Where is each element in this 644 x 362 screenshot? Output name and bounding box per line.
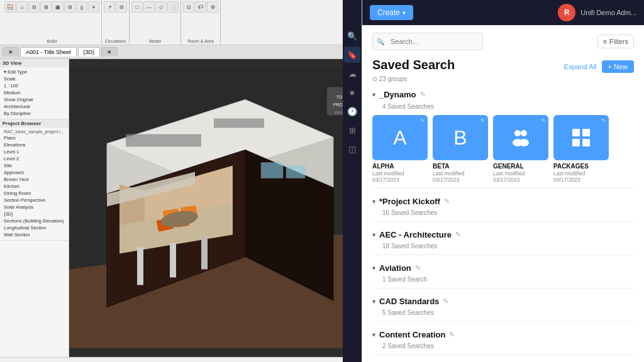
user-avatar[interactable]: R	[558, 4, 575, 21]
card-general-box: ✎	[493, 115, 548, 160]
card-packages[interactable]: ✎ PACKAGES Last modified 03/17/2023	[553, 115, 609, 183]
kickoff-title: *Project Kickoff	[379, 197, 440, 206]
group-content-header[interactable]: ▾ Content Creation ✎	[372, 327, 634, 343]
toolbar-component-btn[interactable]: ⊞	[40, 1, 52, 13]
toolbar-roomsep-btn[interactable]: ⊡	[183, 1, 194, 13]
revit-approach[interactable]: Approach	[3, 169, 66, 176]
create-button[interactable]: Create	[370, 5, 413, 20]
group-dynamo-header[interactable]: ▾ _Dynamo ✎	[372, 90, 634, 99]
revit-tab-close[interactable]: ✕	[3, 47, 19, 57]
card-beta-edit[interactable]: ✎	[480, 118, 486, 124]
card-general-date-label: Last modified	[493, 170, 548, 177]
sidebar-icon-star[interactable]: ★	[344, 84, 360, 101]
search-input[interactable]	[372, 33, 483, 50]
revit-by-disc[interactable]: By Discipline	[3, 110, 66, 117]
card-beta[interactable]: B ✎ BETA Last modified 03/17/2023	[433, 115, 488, 183]
revit-tab-close2[interactable]: ✕	[101, 47, 118, 57]
cad-title: CAD Standards	[379, 297, 439, 306]
card-beta-name: BETA	[433, 163, 488, 170]
svg-rect-43	[582, 129, 590, 136]
sidebar-icon-layers[interactable]: ◫	[344, 141, 360, 157]
toolbar-shaft-btn[interactable]: ⬜	[167, 1, 179, 13]
toolbar-mullion-btn[interactable]: ≡	[88, 1, 99, 13]
kickoff-edit-icon[interactable]: ✎	[444, 197, 450, 206]
card-beta-letter: B	[453, 126, 467, 150]
divider-1	[372, 188, 634, 189]
toolbar-ramp-btn[interactable]: ↗	[104, 1, 115, 13]
page-title-row: Saved Search Expand All + New	[372, 58, 634, 73]
new-plus-icon: +	[608, 63, 612, 70]
cad-edit-icon[interactable]: ✎	[443, 297, 448, 305]
revit-detail[interactable]: Medium	[3, 89, 66, 96]
page-subtitle: ⊙ 23 groups	[372, 75, 634, 82]
revit-wall[interactable]: Wall Section	[3, 231, 66, 238]
toolbar-face-btn[interactable]: ◇	[155, 1, 167, 13]
expand-all-link[interactable]: Expand All	[564, 63, 597, 70]
revit-dining[interactable]: Dining Room	[3, 190, 66, 197]
revit-scale-val[interactable]: 1 : 100	[3, 82, 66, 89]
svg-point-38	[514, 130, 521, 136]
revit-longitudinal[interactable]: Longitudinal Section	[3, 224, 66, 231]
aviation-edit-icon[interactable]: ✎	[415, 264, 421, 272]
revit-edittype[interactable]: ▾ Edit Type	[3, 69, 66, 75]
toolbar-curt-grid-btn[interactable]: ⊟	[64, 1, 75, 13]
revit-sectionpersp[interactable]: Section Perspective	[3, 197, 66, 204]
toolbar-stair-btn[interactable]: ⊟	[116, 1, 127, 13]
toolbar-ceiling-btn[interactable]: ▦	[52, 1, 64, 13]
toolbar-scene-btn[interactable]: □	[131, 1, 143, 13]
svg-rect-17	[286, 166, 305, 178]
aec-edit-icon[interactable]: ✎	[455, 231, 461, 239]
toolbar-circ-icons: ↗ ⊟	[104, 1, 127, 13]
toolbar-tagrm-btn[interactable]: 🏷	[195, 1, 206, 13]
sidebar-icon-search[interactable]: 🔍	[344, 28, 360, 44]
toolbar-roof-btn[interactable]: ⌂	[16, 1, 28, 13]
user-name: Unifi Demo Adm...	[580, 9, 636, 16]
unifi-topnav: Create R Unifi Demo Adm...	[362, 0, 644, 25]
card-alpha-edit[interactable]: ✎	[420, 118, 425, 124]
svg-point-39	[521, 130, 527, 136]
revit-scale: Scale	[3, 75, 66, 82]
content-edit-icon[interactable]: ✎	[449, 331, 455, 339]
card-general-edit[interactable]: ✎	[541, 118, 546, 124]
revit-tab-titlesheet[interactable]: A001 - Title Sheet	[20, 47, 77, 57]
revit-show-orig[interactable]: Show Original	[3, 96, 66, 103]
card-general[interactable]: ✎ GENERAL Last modified 03/17/2023	[493, 115, 548, 183]
sidebar-icon-bookmark[interactable]: 🔖	[344, 47, 360, 63]
toolbar-set-btn[interactable]: ⚙	[207, 1, 218, 13]
toolbar-railing-btn[interactable]: ⊟	[28, 1, 40, 13]
group-kickoff-header[interactable]: ▾ *Project Kickoff ✎	[372, 194, 634, 209]
toolbar-column-btn[interactable]: ||	[76, 1, 87, 13]
group-aviation-header[interactable]: ▾ Aviation ✎	[372, 260, 634, 276]
revit-broomyard[interactable]: Broom Yard	[3, 176, 66, 183]
svg-rect-23	[214, 119, 264, 128]
revit-level2[interactable]: Level 2	[3, 155, 66, 162]
revit-solar[interactable]: Solar Analysis	[3, 204, 66, 211]
sidebar-icon-clock[interactable]: 🕐	[344, 103, 360, 119]
revit-plans[interactable]: Plans	[3, 134, 66, 141]
revit-level1[interactable]: Level 1	[3, 148, 66, 155]
divider-5	[372, 321, 634, 322]
revit-site[interactable]: Site	[3, 162, 66, 169]
card-packages-edit[interactable]: ✎	[601, 118, 606, 124]
revit-tab-3d[interactable]: (3D)	[78, 47, 101, 57]
new-button[interactable]: + New	[602, 60, 634, 73]
toolbar-build-section: 🪟 ⌂ ⊟ ⊞ ▦ ⊟ || ≡ Build	[3, 0, 102, 45]
group-aec-header[interactable]: ▾ AEC - Architecture ✎	[372, 227, 634, 243]
card-alpha-date-label: Last modified	[372, 170, 428, 177]
divider-3	[372, 255, 634, 255]
revit-sectionbe[interactable]: Sections (Building Elevation)	[3, 217, 66, 224]
filter-button[interactable]: ≡ Filters	[597, 35, 634, 48]
dynamo-edit-icon[interactable]: ✎	[420, 90, 426, 99]
revit-kitchen[interactable]: Kitchen	[3, 183, 66, 190]
revit-discipline: Architectural	[3, 103, 66, 110]
sidebar-icon-cloud[interactable]: ☁	[344, 65, 360, 82]
toolbar-window-btn[interactable]: 🪟	[4, 1, 16, 13]
sidebar-icon-grid[interactable]: ⊞	[344, 122, 360, 138]
revit-3d[interactable]: {3D}	[3, 211, 66, 217]
group-cad-header[interactable]: ▾ CAD Standards ✎	[372, 293, 634, 309]
toolbar-modelline-btn[interactable]: —	[143, 1, 155, 13]
toolbar-model-label: Model	[131, 39, 179, 43]
card-alpha[interactable]: A ✎ ALPHA Last modified 03/17/2023	[372, 115, 428, 183]
revit-elevations[interactable]: Elevations	[3, 141, 66, 148]
revit-panel: 🪟 ⌂ ⊟ ⊞ ▦ ⊟ || ≡ Build ↗ ⊟ Circulation	[0, 0, 362, 362]
